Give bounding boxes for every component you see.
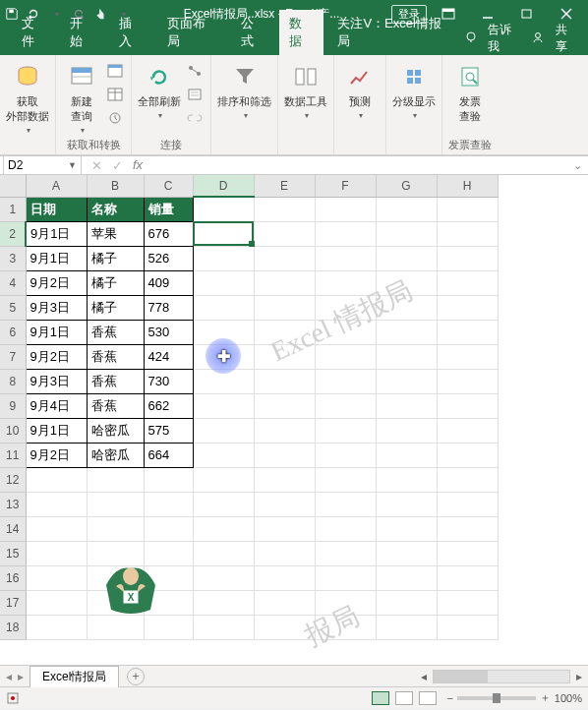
- cell[interactable]: [193, 467, 254, 492]
- cell[interactable]: [376, 492, 437, 516]
- cell[interactable]: [254, 369, 315, 393]
- cell[interactable]: 778: [144, 295, 193, 320]
- cell[interactable]: [315, 590, 376, 615]
- cell[interactable]: 9月2日: [26, 270, 87, 295]
- cell[interactable]: [87, 516, 144, 541]
- cell[interactable]: [315, 270, 376, 295]
- cell[interactable]: [315, 197, 376, 221]
- cell[interactable]: [193, 270, 254, 295]
- cell[interactable]: [437, 197, 498, 221]
- row-header[interactable]: 9: [0, 393, 26, 418]
- cell[interactable]: [437, 615, 498, 639]
- cell[interactable]: [437, 369, 498, 393]
- cell[interactable]: 9月1日: [26, 418, 87, 443]
- cell[interactable]: [144, 467, 193, 492]
- cell[interactable]: 哈密瓜: [87, 443, 144, 467]
- row-header[interactable]: 8: [0, 369, 26, 393]
- refresh-all-button[interactable]: 全部刷新 ▾: [138, 59, 181, 120]
- cell[interactable]: 9月1日: [26, 246, 87, 270]
- cell[interactable]: 526: [144, 246, 193, 270]
- zoom-in-button[interactable]: ＋: [540, 690, 551, 705]
- cell[interactable]: [376, 418, 437, 443]
- cell[interactable]: 9月1日: [26, 221, 87, 246]
- cell[interactable]: 橘子: [87, 246, 144, 270]
- cell[interactable]: 409: [144, 270, 193, 295]
- cell[interactable]: [193, 492, 254, 516]
- cell[interactable]: 575: [144, 418, 193, 443]
- cell[interactable]: [315, 320, 376, 344]
- cell[interactable]: [376, 541, 437, 565]
- cell[interactable]: [193, 393, 254, 418]
- cell[interactable]: [437, 295, 498, 320]
- tell-me-label[interactable]: 告诉我: [488, 22, 522, 55]
- cell[interactable]: [376, 246, 437, 270]
- cell[interactable]: [254, 295, 315, 320]
- cell[interactable]: 9月2日: [26, 443, 87, 467]
- forecast-button[interactable]: 预测 ▾: [340, 59, 380, 120]
- cell[interactable]: [376, 565, 437, 590]
- cell[interactable]: [376, 443, 437, 467]
- column-header[interactable]: E: [254, 175, 315, 197]
- name-box-dropdown-icon[interactable]: ▼: [68, 160, 77, 170]
- cell[interactable]: [376, 320, 437, 344]
- cell[interactable]: 730: [144, 369, 193, 393]
- hscroll-left-icon[interactable]: ◂: [415, 670, 433, 683]
- cell[interactable]: [315, 541, 376, 565]
- cell[interactable]: 9月1日: [26, 320, 87, 344]
- row-header[interactable]: 5: [0, 295, 26, 320]
- row-header[interactable]: 14: [0, 516, 26, 541]
- cell[interactable]: 销量: [144, 197, 193, 221]
- cell[interactable]: [254, 590, 315, 615]
- cell[interactable]: [315, 369, 376, 393]
- cell[interactable]: 哈密瓜: [87, 418, 144, 443]
- spreadsheet-grid[interactable]: Excel 情报局 报局 ABCDEFGH1日期名称销量29月1日苹果67639…: [0, 175, 588, 665]
- cell[interactable]: [254, 320, 315, 344]
- cell[interactable]: [193, 516, 254, 541]
- cell[interactable]: [254, 565, 315, 590]
- cell[interactable]: [315, 615, 376, 639]
- cell[interactable]: [193, 615, 254, 639]
- row-header[interactable]: 2: [0, 221, 26, 246]
- recent-sources-icon[interactable]: [105, 108, 125, 128]
- cell[interactable]: [437, 492, 498, 516]
- select-all-corner[interactable]: [0, 175, 26, 197]
- cell[interactable]: [254, 221, 315, 246]
- tellme-bulb-icon[interactable]: [465, 31, 479, 45]
- cell[interactable]: [193, 418, 254, 443]
- outline-button[interactable]: 分级显示 ▾: [392, 59, 436, 120]
- from-table-icon[interactable]: [105, 85, 125, 104]
- cell[interactable]: [376, 615, 437, 639]
- cell[interactable]: [437, 516, 498, 541]
- share-person-icon[interactable]: [532, 31, 546, 45]
- cell[interactable]: [193, 221, 254, 246]
- cell[interactable]: [376, 270, 437, 295]
- row-header[interactable]: 3: [0, 246, 26, 270]
- row-header[interactable]: 11: [0, 443, 26, 467]
- cell[interactable]: 橘子: [87, 295, 144, 320]
- cell[interactable]: [437, 418, 498, 443]
- cell[interactable]: [254, 467, 315, 492]
- cell[interactable]: [87, 615, 144, 639]
- cell[interactable]: [26, 492, 87, 516]
- cell[interactable]: 9月2日: [26, 344, 87, 369]
- cell[interactable]: [315, 418, 376, 443]
- column-header[interactable]: C: [144, 175, 193, 197]
- new-sheet-button[interactable]: ＋: [127, 668, 145, 685]
- cell[interactable]: [87, 492, 144, 516]
- zoom-slider[interactable]: [457, 696, 536, 700]
- cell[interactable]: [193, 590, 254, 615]
- cell[interactable]: [315, 516, 376, 541]
- cell[interactable]: [376, 344, 437, 369]
- cell[interactable]: 664: [144, 443, 193, 467]
- row-header[interactable]: 12: [0, 467, 26, 492]
- cell[interactable]: [437, 270, 498, 295]
- cell[interactable]: 香蕉: [87, 320, 144, 344]
- cell[interactable]: [376, 393, 437, 418]
- sheet-tab-active[interactable]: Excel情报局: [29, 666, 119, 687]
- cell[interactable]: [254, 541, 315, 565]
- cell[interactable]: [315, 344, 376, 369]
- cell[interactable]: [315, 565, 376, 590]
- cell[interactable]: [193, 295, 254, 320]
- row-header[interactable]: 6: [0, 320, 26, 344]
- row-header[interactable]: 16: [0, 565, 26, 590]
